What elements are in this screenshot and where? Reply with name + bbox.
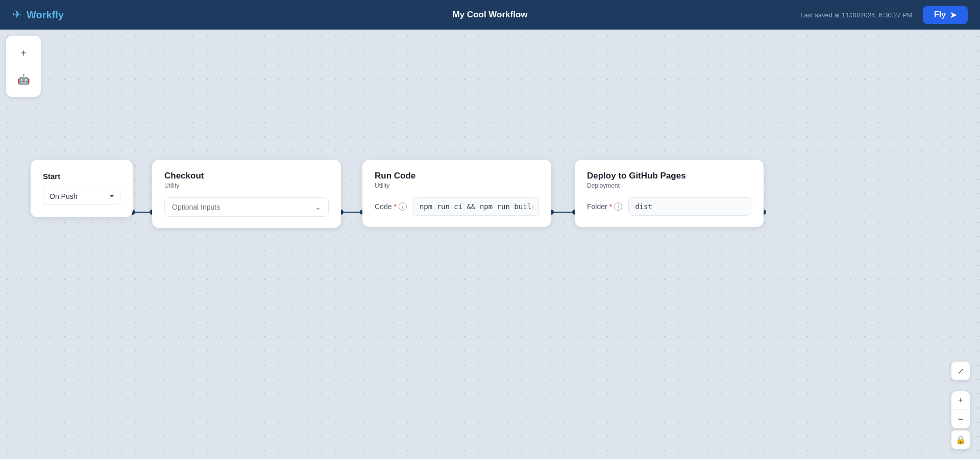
start-node-title: Start	[43, 172, 120, 181]
plus-icon: +	[20, 47, 27, 59]
fly-button[interactable]: Fly ➤	[923, 6, 968, 24]
fly-button-icon: ➤	[950, 10, 957, 20]
bot-button[interactable]: 🤖	[12, 68, 35, 91]
deploy-type: Deployment	[587, 182, 751, 189]
start-trigger-select[interactable]: On Push On Pull Request On Schedule Manu…	[43, 188, 120, 205]
saved-status: Last saved at 11/30/2024, 6:30:27 PM	[800, 11, 913, 19]
code-field-row: Code* i	[375, 197, 539, 216]
add-button[interactable]: +	[12, 42, 35, 64]
workflow-canvas: + 🤖 Start On Push On Pull Request On Sch…	[0, 30, 980, 459]
lock-icon: 🔒	[955, 435, 966, 445]
deploy-title: Deploy to GitHub Pages	[587, 171, 751, 181]
lock-button[interactable]: 🔒	[951, 430, 970, 449]
connections-svg	[0, 30, 980, 459]
logo: ✈ Workfly	[12, 8, 64, 21]
app-name: Workfly	[27, 9, 64, 21]
bot-icon: 🤖	[17, 73, 30, 86]
zoom-out-button[interactable]: −	[951, 410, 970, 428]
folder-field-row: Folder* i	[587, 197, 751, 216]
header-right: Last saved at 11/30/2024, 6:30:27 PM Fly…	[800, 6, 968, 24]
folder-info-icon: i	[614, 202, 622, 211]
fly-button-label: Fly	[934, 10, 946, 19]
start-node: Start On Push On Pull Request On Schedul…	[31, 160, 133, 217]
zoom-in-icon: +	[958, 395, 964, 406]
plane-icon: ✈	[12, 8, 21, 21]
run-code-type: Utility	[375, 182, 539, 189]
checkout-node: Checkout Utility Optional Inputs ⌄	[152, 160, 341, 228]
fit-view-button[interactable]: ⤢	[951, 362, 970, 380]
folder-label: Folder* i	[587, 202, 622, 211]
folder-input[interactable]	[628, 197, 751, 216]
left-toolbar: + 🤖	[6, 36, 41, 97]
code-label: Code* i	[375, 202, 407, 211]
deploy-node: Deploy to GitHub Pages Deployment Folder…	[575, 160, 764, 227]
checkout-optional-inputs[interactable]: Optional Inputs ⌄	[164, 197, 329, 217]
zoom-controls: + −	[951, 391, 970, 428]
checkout-title: Checkout	[164, 171, 329, 181]
workflow-title: My Cool Workflow	[452, 10, 527, 20]
run-code-title: Run Code	[375, 171, 539, 181]
code-info-icon: i	[399, 202, 407, 211]
run-code-node: Run Code Utility Code* i	[362, 160, 551, 227]
fit-icon: ⤢	[958, 366, 964, 376]
checkout-type: Utility	[164, 182, 329, 189]
zoom-out-icon: −	[958, 414, 964, 425]
header: ✈ Workfly My Cool Workflow Last saved at…	[0, 0, 980, 30]
zoom-in-button[interactable]: +	[951, 391, 970, 410]
chevron-down-icon: ⌄	[315, 203, 321, 211]
code-input[interactable]	[413, 197, 539, 216]
optional-inputs-label: Optional Inputs	[172, 203, 220, 211]
